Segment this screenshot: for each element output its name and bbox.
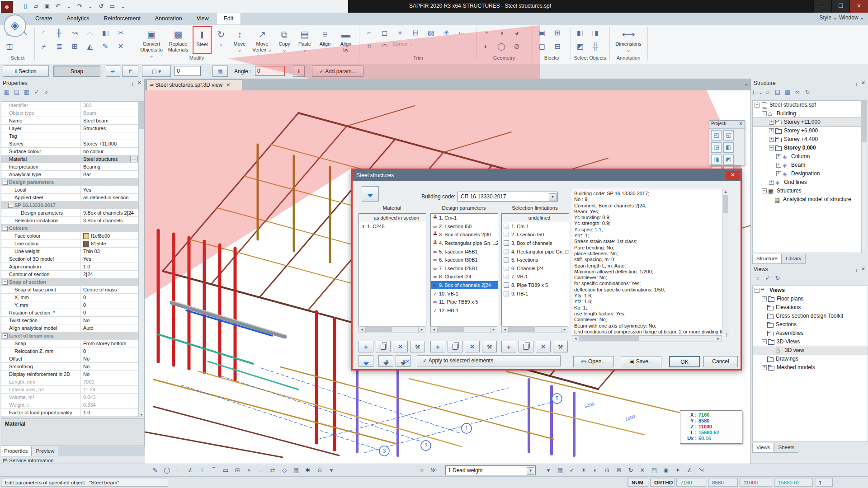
property-row[interactable]: Snap of base point Centre of mass	[1, 286, 139, 294]
status-cell[interactable]: 8580	[708, 478, 738, 487]
ribbon-icon[interactable]: ⌖	[392, 26, 408, 40]
structure-tree-item[interactable]: + Column	[753, 152, 861, 161]
ribbon-icon[interactable]: ◑	[494, 26, 509, 40]
design-parameter-item[interactable]: ∞8. Channel [24	[431, 272, 498, 281]
views-tree-item[interactable]: Cross-section design Toolkit	[753, 312, 868, 320]
apply-to-selected-button[interactable]: ✓ Apply to selected elements	[417, 355, 561, 366]
tool-icon[interactable]: ✱	[302, 465, 314, 476]
add-building-icon[interactable]: ▤	[773, 88, 783, 97]
copy-button[interactable]: ⧉ Copy ⌄	[275, 26, 294, 54]
views-tree-item[interactable]: 3D view	[753, 346, 868, 355]
property-row[interactable]: Storey Storey +11,000	[1, 140, 139, 148]
corner-button[interactable]: Corner ⌄	[387, 40, 419, 53]
property-row[interactable]: Tag	[1, 132, 139, 140]
ribbon-tab[interactable]: Create	[28, 13, 60, 24]
ribbon-icon[interactable]: ▨	[423, 26, 439, 40]
property-value[interactable]	[54, 178, 139, 186]
design-parameter-item[interactable]: ∕12. HB-1	[431, 306, 498, 315]
tool-icon[interactable]: ▦	[554, 465, 566, 476]
views-tree-item[interactable]: Elevations	[753, 303, 868, 312]
tool-icon[interactable]: ▾	[542, 465, 554, 476]
expander-icon[interactable]: +	[776, 163, 781, 168]
projection-icon[interactable]: ◨	[711, 155, 722, 165]
dialog-close-button[interactable]: ✕	[726, 171, 740, 180]
material-list-hscrollbar[interactable]: ◂▸	[359, 326, 425, 333]
tool-icon[interactable]: ⌖	[243, 465, 255, 476]
refresh-icon[interactable]: ↻	[773, 274, 783, 283]
ibeam-icon-button[interactable]: I	[293, 66, 305, 77]
ribbon-icon[interactable]: ↝	[67, 26, 82, 40]
views-tree-item[interactable]: − Views	[753, 286, 868, 295]
structure-tree-item[interactable]: − Structures	[753, 187, 861, 195]
panel-tab[interactable]: Views	[752, 443, 774, 453]
pin-icon[interactable]: ┬	[854, 266, 858, 272]
property-value[interactable]: Beam	[81, 109, 139, 117]
snap-mode-icon-button[interactable]: ↵	[106, 66, 120, 77]
structure-tree-item[interactable]: + Storey +11,000	[753, 118, 861, 127]
limitations-add-button[interactable]: +	[501, 341, 516, 352]
ribbon-icon[interactable]: ⌐	[362, 26, 377, 40]
rotate-button[interactable]: ↻ ⌄	[213, 26, 229, 54]
redo-dropdown-icon[interactable]: ⌄	[86, 2, 95, 11]
property-row[interactable]: Analytical type Bar	[1, 171, 139, 178]
expander-icon[interactable]: +	[776, 171, 781, 176]
property-value[interactable]: Steel structures	[81, 155, 139, 163]
replace-materials-button[interactable]: ▩ Replace Materials	[165, 26, 191, 54]
ribbon-icon[interactable]: ⊟	[408, 26, 423, 40]
selection-limitation-item[interactable]: 6. Channel [24	[502, 264, 569, 273]
expander-icon[interactable]: −	[755, 288, 760, 293]
tool-icon[interactable]: ⇄	[267, 465, 278, 476]
steel-button[interactable]: I Steel	[193, 26, 212, 54]
expander-icon[interactable]: −	[769, 145, 774, 150]
property-value[interactable]: 0	[81, 347, 139, 355]
tool-icon[interactable]: ▭	[220, 465, 231, 476]
property-row[interactable]: − Colours	[1, 225, 139, 232]
selection-limitation-item[interactable]: 1. Cm-1	[502, 222, 569, 231]
property-value[interactable]: as defined in section	[81, 194, 139, 201]
structure-tree-item[interactable]: − Building	[753, 109, 861, 118]
structure-tree-vscrollbar[interactable]	[861, 100, 867, 252]
selection-limitation-item[interactable]: 8. Pipe TB89 x 5	[502, 281, 569, 290]
property-value[interactable]: 1.0	[81, 409, 139, 416]
property-row[interactable]: Section of 3D model Yes	[1, 255, 139, 263]
structure-tree-item[interactable]: + Beam	[753, 161, 861, 169]
property-value[interactable]: 1.0	[81, 263, 139, 270]
building-code-combo[interactable]: СП 16.13330.2017 ▼	[458, 192, 558, 202]
material-list-item[interactable]: as defined in section	[359, 214, 426, 222]
property-row[interactable]: Y, mm 0	[1, 301, 139, 309]
property-value[interactable]: Steel beam	[81, 117, 139, 124]
tool-icon[interactable]: ✎	[149, 465, 161, 476]
move-vertex-button[interactable]: ↗ Move Vertex ⌄	[250, 26, 274, 54]
expander-icon[interactable]: −	[755, 103, 760, 108]
property-value[interactable]: No	[81, 371, 139, 378]
tool-icon[interactable]: ↻	[625, 465, 637, 476]
info-panel-vscrollbar[interactable]: ▴	[722, 189, 729, 333]
ruler-icon[interactable]: ▭	[108, 2, 117, 11]
selection-limitation-item[interactable]: 5. I-sections	[502, 256, 569, 264]
structure-tree-item[interactable]: + Grid lines	[753, 178, 861, 187]
ribbon-icon[interactable]: ⌗	[362, 40, 377, 53]
property-row[interactable]: Face colour f1cf8e00	[1, 232, 139, 240]
ribbon-icon[interactable]: ⌙	[454, 26, 469, 40]
load-case-combo[interactable]: 1.Dead weight ▼	[445, 465, 536, 475]
pin-icon[interactable]: ┬	[131, 80, 134, 85]
ribbon-icon[interactable]: ◧	[572, 26, 588, 40]
ribbon-icon[interactable]: ◜	[36, 26, 52, 40]
chevron-down-icon[interactable]: ▼	[549, 193, 557, 201]
tool-icon[interactable]: ☀	[578, 465, 590, 476]
tool-icon[interactable]: №	[428, 465, 439, 476]
ribbon-tab[interactable]: View	[189, 13, 216, 24]
property-value[interactable]	[28, 225, 139, 232]
property-value[interactable]: 0	[81, 294, 139, 301]
property-row[interactable]: Volume, m³ 0.043	[1, 394, 139, 401]
tool-icon[interactable]: ⊙	[314, 465, 326, 476]
views-tree-item[interactable]: Drawings	[753, 355, 868, 363]
property-value[interactable]: No	[81, 355, 139, 362]
ribbon-icon[interactable]: ✕	[113, 40, 128, 53]
trajectory-icon-button[interactable]: ↱	[122, 66, 138, 77]
projection-icon[interactable]: ◧	[723, 142, 734, 153]
property-row[interactable]: Display reinforcement in 3D No	[1, 371, 139, 378]
design-delete-button[interactable]: ✕	[465, 341, 480, 352]
property-value[interactable]: From storey bottom	[81, 340, 139, 347]
ribbon-tab[interactable]: Analytics	[60, 13, 97, 24]
